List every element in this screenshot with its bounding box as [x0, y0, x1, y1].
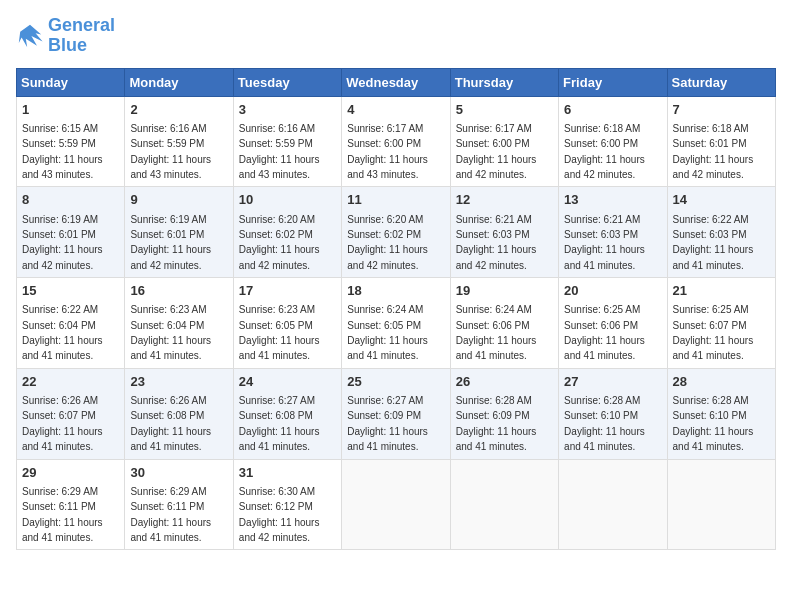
calendar-cell	[559, 459, 667, 550]
day-number: 16	[130, 282, 227, 300]
calendar-cell: 6 Sunrise: 6:18 AMSunset: 6:00 PMDayligh…	[559, 96, 667, 187]
day-number: 15	[22, 282, 119, 300]
day-number: 6	[564, 101, 661, 119]
calendar-cell: 17 Sunrise: 6:23 AMSunset: 6:05 PMDaylig…	[233, 278, 341, 369]
calendar-cell: 23 Sunrise: 6:26 AMSunset: 6:08 PMDaylig…	[125, 368, 233, 459]
svg-marker-0	[19, 25, 43, 47]
day-info: Sunrise: 6:27 AMSunset: 6:08 PMDaylight:…	[239, 395, 320, 452]
weekday-header-monday: Monday	[125, 68, 233, 96]
weekday-header-wednesday: Wednesday	[342, 68, 450, 96]
calendar-cell	[667, 459, 775, 550]
day-info: Sunrise: 6:16 AMSunset: 5:59 PMDaylight:…	[130, 123, 211, 180]
calendar-cell: 28 Sunrise: 6:28 AMSunset: 6:10 PMDaylig…	[667, 368, 775, 459]
calendar-cell: 21 Sunrise: 6:25 AMSunset: 6:07 PMDaylig…	[667, 278, 775, 369]
day-number: 31	[239, 464, 336, 482]
day-info: Sunrise: 6:25 AMSunset: 6:07 PMDaylight:…	[673, 304, 754, 361]
day-info: Sunrise: 6:17 AMSunset: 6:00 PMDaylight:…	[456, 123, 537, 180]
weekday-header-saturday: Saturday	[667, 68, 775, 96]
day-info: Sunrise: 6:29 AMSunset: 6:11 PMDaylight:…	[130, 486, 211, 543]
calendar-cell: 8 Sunrise: 6:19 AMSunset: 6:01 PMDayligh…	[17, 187, 125, 278]
day-number: 9	[130, 191, 227, 209]
calendar-cell: 7 Sunrise: 6:18 AMSunset: 6:01 PMDayligh…	[667, 96, 775, 187]
day-number: 25	[347, 373, 444, 391]
calendar-cell: 31 Sunrise: 6:30 AMSunset: 6:12 PMDaylig…	[233, 459, 341, 550]
calendar-cell: 16 Sunrise: 6:23 AMSunset: 6:04 PMDaylig…	[125, 278, 233, 369]
calendar-cell: 29 Sunrise: 6:29 AMSunset: 6:11 PMDaylig…	[17, 459, 125, 550]
logo-text: General Blue	[48, 16, 115, 56]
day-info: Sunrise: 6:29 AMSunset: 6:11 PMDaylight:…	[22, 486, 103, 543]
weekday-header-sunday: Sunday	[17, 68, 125, 96]
day-number: 29	[22, 464, 119, 482]
day-info: Sunrise: 6:23 AMSunset: 6:05 PMDaylight:…	[239, 304, 320, 361]
day-number: 30	[130, 464, 227, 482]
day-number: 24	[239, 373, 336, 391]
logo-icon	[16, 22, 44, 50]
day-number: 3	[239, 101, 336, 119]
day-info: Sunrise: 6:19 AMSunset: 6:01 PMDaylight:…	[130, 214, 211, 271]
weekday-header-tuesday: Tuesday	[233, 68, 341, 96]
week-row-1: 1 Sunrise: 6:15 AMSunset: 5:59 PMDayligh…	[17, 96, 776, 187]
day-number: 27	[564, 373, 661, 391]
day-info: Sunrise: 6:22 AMSunset: 6:04 PMDaylight:…	[22, 304, 103, 361]
calendar-cell: 27 Sunrise: 6:28 AMSunset: 6:10 PMDaylig…	[559, 368, 667, 459]
calendar-cell: 26 Sunrise: 6:28 AMSunset: 6:09 PMDaylig…	[450, 368, 558, 459]
day-info: Sunrise: 6:15 AMSunset: 5:59 PMDaylight:…	[22, 123, 103, 180]
day-info: Sunrise: 6:26 AMSunset: 6:07 PMDaylight:…	[22, 395, 103, 452]
day-number: 7	[673, 101, 770, 119]
calendar-cell: 5 Sunrise: 6:17 AMSunset: 6:00 PMDayligh…	[450, 96, 558, 187]
day-number: 18	[347, 282, 444, 300]
calendar-cell: 1 Sunrise: 6:15 AMSunset: 5:59 PMDayligh…	[17, 96, 125, 187]
weekday-header-thursday: Thursday	[450, 68, 558, 96]
day-number: 17	[239, 282, 336, 300]
week-row-4: 22 Sunrise: 6:26 AMSunset: 6:07 PMDaylig…	[17, 368, 776, 459]
day-number: 20	[564, 282, 661, 300]
logo: General Blue	[16, 16, 115, 56]
day-number: 8	[22, 191, 119, 209]
calendar-cell: 13 Sunrise: 6:21 AMSunset: 6:03 PMDaylig…	[559, 187, 667, 278]
day-number: 19	[456, 282, 553, 300]
week-row-2: 8 Sunrise: 6:19 AMSunset: 6:01 PMDayligh…	[17, 187, 776, 278]
day-info: Sunrise: 6:30 AMSunset: 6:12 PMDaylight:…	[239, 486, 320, 543]
day-info: Sunrise: 6:25 AMSunset: 6:06 PMDaylight:…	[564, 304, 645, 361]
day-info: Sunrise: 6:21 AMSunset: 6:03 PMDaylight:…	[564, 214, 645, 271]
day-info: Sunrise: 6:18 AMSunset: 6:01 PMDaylight:…	[673, 123, 754, 180]
day-number: 5	[456, 101, 553, 119]
day-info: Sunrise: 6:16 AMSunset: 5:59 PMDaylight:…	[239, 123, 320, 180]
weekday-header-row: SundayMondayTuesdayWednesdayThursdayFrid…	[17, 68, 776, 96]
calendar-cell	[342, 459, 450, 550]
day-number: 22	[22, 373, 119, 391]
day-number: 1	[22, 101, 119, 119]
day-info: Sunrise: 6:27 AMSunset: 6:09 PMDaylight:…	[347, 395, 428, 452]
calendar-cell: 25 Sunrise: 6:27 AMSunset: 6:09 PMDaylig…	[342, 368, 450, 459]
calendar-cell: 2 Sunrise: 6:16 AMSunset: 5:59 PMDayligh…	[125, 96, 233, 187]
calendar-cell: 24 Sunrise: 6:27 AMSunset: 6:08 PMDaylig…	[233, 368, 341, 459]
day-info: Sunrise: 6:20 AMSunset: 6:02 PMDaylight:…	[239, 214, 320, 271]
calendar-cell: 3 Sunrise: 6:16 AMSunset: 5:59 PMDayligh…	[233, 96, 341, 187]
calendar-cell: 20 Sunrise: 6:25 AMSunset: 6:06 PMDaylig…	[559, 278, 667, 369]
calendar-cell: 9 Sunrise: 6:19 AMSunset: 6:01 PMDayligh…	[125, 187, 233, 278]
day-info: Sunrise: 6:19 AMSunset: 6:01 PMDaylight:…	[22, 214, 103, 271]
calendar-cell: 4 Sunrise: 6:17 AMSunset: 6:00 PMDayligh…	[342, 96, 450, 187]
day-number: 2	[130, 101, 227, 119]
calendar-cell: 19 Sunrise: 6:24 AMSunset: 6:06 PMDaylig…	[450, 278, 558, 369]
calendar-cell: 11 Sunrise: 6:20 AMSunset: 6:02 PMDaylig…	[342, 187, 450, 278]
day-number: 21	[673, 282, 770, 300]
weekday-header-friday: Friday	[559, 68, 667, 96]
calendar-cell: 12 Sunrise: 6:21 AMSunset: 6:03 PMDaylig…	[450, 187, 558, 278]
day-info: Sunrise: 6:23 AMSunset: 6:04 PMDaylight:…	[130, 304, 211, 361]
day-number: 4	[347, 101, 444, 119]
calendar-cell: 30 Sunrise: 6:29 AMSunset: 6:11 PMDaylig…	[125, 459, 233, 550]
day-number: 14	[673, 191, 770, 209]
day-number: 12	[456, 191, 553, 209]
week-row-3: 15 Sunrise: 6:22 AMSunset: 6:04 PMDaylig…	[17, 278, 776, 369]
calendar-table: SundayMondayTuesdayWednesdayThursdayFrid…	[16, 68, 776, 551]
day-info: Sunrise: 6:21 AMSunset: 6:03 PMDaylight:…	[456, 214, 537, 271]
day-info: Sunrise: 6:24 AMSunset: 6:05 PMDaylight:…	[347, 304, 428, 361]
calendar-cell	[450, 459, 558, 550]
day-info: Sunrise: 6:20 AMSunset: 6:02 PMDaylight:…	[347, 214, 428, 271]
day-info: Sunrise: 6:28 AMSunset: 6:10 PMDaylight:…	[564, 395, 645, 452]
calendar-cell: 15 Sunrise: 6:22 AMSunset: 6:04 PMDaylig…	[17, 278, 125, 369]
calendar-cell: 10 Sunrise: 6:20 AMSunset: 6:02 PMDaylig…	[233, 187, 341, 278]
day-info: Sunrise: 6:17 AMSunset: 6:00 PMDaylight:…	[347, 123, 428, 180]
day-info: Sunrise: 6:26 AMSunset: 6:08 PMDaylight:…	[130, 395, 211, 452]
